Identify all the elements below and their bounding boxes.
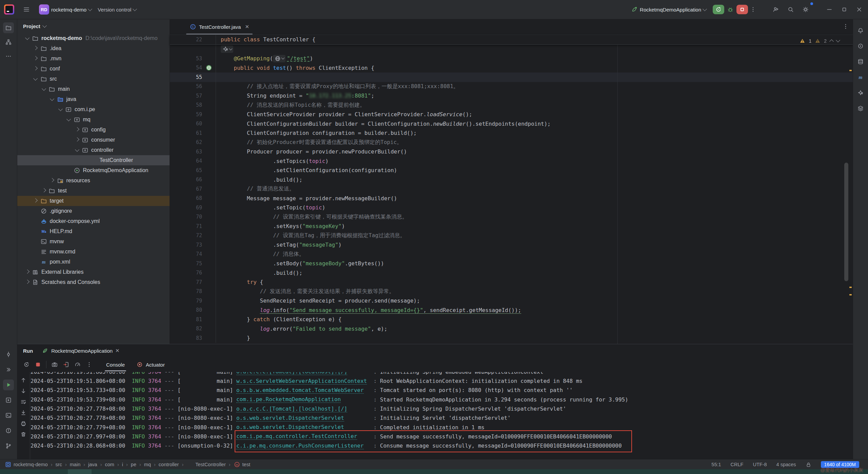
terminal-tool-button[interactable]: [3, 410, 14, 421]
dependencies-tool-button[interactable]: [855, 103, 866, 114]
chevron-right-icon[interactable]: [25, 280, 29, 284]
code-with-me-button[interactable]: [768, 3, 783, 16]
breadcrumb-item-mq[interactable]: mq: [144, 462, 151, 467]
chevron-down-icon[interactable]: [836, 38, 840, 42]
code-line[interactable]: 76 .build();: [170, 268, 853, 278]
caret-position[interactable]: 55:1: [711, 462, 721, 467]
tree-item-external-libraries[interactable]: External Libraries: [17, 267, 170, 277]
chevron-right-icon[interactable]: [33, 46, 38, 50]
rerun-icon[interactable]: [23, 361, 30, 368]
chevron-down-icon[interactable]: [75, 147, 79, 152]
problems-tool-button[interactable]: [3, 425, 14, 436]
version-control-tool-button[interactable]: [3, 440, 14, 451]
logger-link[interactable]: o.s.b.w.embedded.tomcat.TomcatWebServer: [236, 387, 364, 394]
debug-button[interactable]: [724, 3, 736, 16]
chevron-up-icon[interactable]: [829, 39, 834, 44]
tree-item-com-i-pe[interactable]: com.i.pe: [17, 104, 170, 115]
ai-annotation-inlay[interactable]: [221, 45, 233, 53]
code-line[interactable]: 54 public void test() throws ClientExcep…: [170, 63, 853, 73]
sticky-code-line[interactable]: 22public class TestController {: [170, 35, 853, 45]
rerun-button[interactable]: [713, 5, 724, 14]
chevron-down-icon[interactable]: [25, 36, 29, 40]
stop-button[interactable]: [736, 5, 748, 14]
code-line[interactable]: [170, 45, 853, 54]
logger-link[interactable]: w.s.c.ServletWebServerApplicationContext: [236, 378, 367, 385]
console-tab[interactable]: Console: [103, 358, 128, 371]
gauge-icon[interactable]: [74, 361, 81, 368]
chevron-right-icon[interactable]: [42, 188, 46, 192]
tree-item-rocketmqdemoapplication[interactable]: RocketmqDemoApplication: [17, 165, 170, 176]
run-tool-button[interactable]: [3, 379, 14, 390]
tab-close-icon[interactable]: ✕: [245, 24, 249, 30]
code-line[interactable]: 63 Producer producer = provider.newProdu…: [170, 147, 853, 157]
commit-tool-button[interactable]: [3, 349, 14, 360]
code-line[interactable]: 57 String endpoint = "10.172.113.25:8081…: [170, 91, 853, 101]
run-tab-rocketmqdemoapplication[interactable]: RocketmqDemoApplication ✕: [42, 347, 120, 354]
chevron-right-icon[interactable]: [75, 127, 79, 131]
version-control-widget[interactable]: Version control: [95, 4, 139, 15]
logger-link[interactable]: o.a.c.c.C.[Tomcat].[localhost].[/]: [236, 406, 348, 412]
tree-item-mvnw-cmd[interactable]: mvnw.cmd: [17, 247, 170, 257]
logger-link[interactable]: o.s.web.servlet.DispatcherServlet: [236, 424, 344, 431]
code-line[interactable]: 81 } catch (ClientException e) {: [170, 315, 853, 324]
error-stripe-mark[interactable]: [849, 294, 852, 295]
code-line[interactable]: 66 .build();: [170, 175, 853, 185]
code-line[interactable]: 70 // 设置消息索引键，可根据关键字精确查找某条消息。: [170, 212, 853, 222]
tree-item-src[interactable]: src: [17, 74, 170, 84]
structure-tool-button[interactable]: [3, 37, 14, 47]
indent-style[interactable]: 4 spaces: [776, 462, 796, 467]
logger-link[interactable]: o.a.c.c.C.[Tomcat].[localhost].[/]: [236, 372, 348, 375]
thread-dump-icon[interactable]: [51, 361, 58, 368]
code-line[interactable]: 69 .setTopic(topic): [170, 203, 853, 212]
tree-item-resources[interactable]: resources: [17, 176, 170, 186]
breadcrumb-item-pe[interactable]: pe: [131, 462, 136, 467]
code-line[interactable]: 68 Message message = provider.newMessage…: [170, 194, 853, 203]
more-tools-button[interactable]: [3, 51, 14, 62]
tree-item-target[interactable]: target: [17, 196, 170, 206]
maximize-button[interactable]: [837, 3, 852, 16]
print-icon[interactable]: [20, 420, 27, 427]
notifications-button[interactable]: [855, 25, 866, 36]
tab-options-button[interactable]: [842, 23, 849, 30]
stop-icon[interactable]: [35, 361, 41, 368]
tree-item-help-md[interactable]: MHELP.md: [17, 226, 170, 236]
code-editor[interactable]: 22public class TestController { 53 @GetM…: [170, 35, 853, 343]
tree-item-mq[interactable]: mq: [17, 115, 170, 125]
next-occurrence-icon[interactable]: [20, 388, 27, 394]
tree-item-rocketmq-demo[interactable]: rocketmq-demoD:\code\java\i\rocketmq-dem…: [17, 33, 170, 43]
code-line[interactable]: 77 try {: [170, 277, 853, 287]
breadcrumb-item-com[interactable]: com: [105, 462, 114, 467]
database-tool-button[interactable]: [855, 56, 866, 67]
clear-console-icon[interactable]: [20, 431, 27, 438]
error-stripe-mark[interactable]: [849, 70, 852, 71]
breadcrumb-item-main[interactable]: main: [70, 462, 80, 467]
tree-item-pom-xml[interactable]: mpom.xml: [17, 257, 170, 267]
run-configuration-widget[interactable]: RocketmqDemoApplication: [628, 4, 709, 15]
breadcrumb-item-controller[interactable]: controller: [159, 462, 179, 467]
project-panel-header[interactable]: Project: [17, 19, 170, 33]
more-actions-button[interactable]: [748, 3, 758, 16]
code-line[interactable]: 65 .setClientConfiguration(configuration…: [170, 166, 853, 175]
tree-item--idea[interactable]: .idea: [17, 43, 170, 54]
inspections-widget[interactable]: 1 2: [800, 38, 840, 44]
maven-tool-button[interactable]: m: [855, 72, 866, 83]
settings-button[interactable]: [798, 3, 813, 16]
tree-item-java[interactable]: java: [17, 94, 170, 104]
notifications-tool-button[interactable]: [3, 364, 14, 375]
breadcrumb-item-src[interactable]: src: [56, 462, 62, 467]
chevron-down-icon[interactable]: [66, 117, 71, 121]
code-line[interactable]: 62 // 初始化Producer时需要设置通信配置以及预绑定的Topic。: [170, 138, 853, 147]
scroll-to-end-icon[interactable]: [20, 409, 27, 416]
tree-item-docker-compose-yml[interactable]: docker-compose.yml: [17, 216, 170, 226]
chevron-right-icon[interactable]: [25, 269, 29, 274]
error-stripe-mark[interactable]: [849, 287, 852, 288]
code-line[interactable]: 72 // 设置消息Tag，用于消费端根据指定Tag过滤消息。: [170, 231, 853, 241]
close-button[interactable]: [852, 3, 867, 16]
breadcrumb-item-i[interactable]: i: [122, 462, 123, 467]
breadcrumb-item-java[interactable]: java: [88, 462, 97, 467]
chevron-down-icon[interactable]: [58, 107, 63, 111]
code-line[interactable]: 67 // 普通消息发送。: [170, 184, 853, 194]
code-line[interactable]: 55: [170, 73, 853, 82]
code-line[interactable]: 79 SendReceipt sendReceipt = producer.se…: [170, 296, 853, 306]
chevron-right-icon[interactable]: [33, 66, 38, 70]
